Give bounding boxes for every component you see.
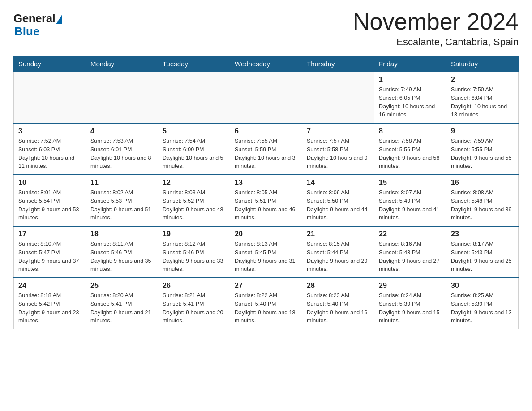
day-info: Sunrise: 8:05 AM Sunset: 5:51 PM Dayligh… xyxy=(235,188,297,222)
day-info: Sunrise: 8:16 AM Sunset: 5:43 PM Dayligh… xyxy=(379,240,442,274)
day-number: 25 xyxy=(90,282,153,290)
day-info: Sunrise: 7:53 AM Sunset: 6:01 PM Dayligh… xyxy=(90,137,153,171)
day-info: Sunrise: 8:03 AM Sunset: 5:52 PM Dayligh… xyxy=(163,188,225,222)
calendar-cell: 14Sunrise: 8:06 AM Sunset: 5:50 PM Dayli… xyxy=(302,175,374,226)
calendar-cell xyxy=(230,72,302,123)
day-info: Sunrise: 8:02 AM Sunset: 5:53 PM Dayligh… xyxy=(90,188,153,222)
day-number: 4 xyxy=(90,127,153,135)
day-number: 2 xyxy=(451,76,514,84)
day-info: Sunrise: 8:12 AM Sunset: 5:46 PM Dayligh… xyxy=(163,240,225,274)
day-number: 28 xyxy=(307,282,369,290)
calendar-cell: 8Sunrise: 7:58 AM Sunset: 5:56 PM Daylig… xyxy=(374,123,446,175)
calendar-cell: 18Sunrise: 8:11 AM Sunset: 5:46 PM Dayli… xyxy=(86,226,158,278)
day-number: 21 xyxy=(307,230,369,238)
calendar-cell: 3Sunrise: 7:52 AM Sunset: 6:03 PM Daylig… xyxy=(14,123,86,175)
calendar-cell: 24Sunrise: 8:18 AM Sunset: 5:42 PM Dayli… xyxy=(14,278,86,329)
calendar-cell xyxy=(14,72,86,123)
col-header-thursday: Thursday xyxy=(302,56,374,72)
calendar-cell: 2Sunrise: 7:50 AM Sunset: 6:04 PM Daylig… xyxy=(446,72,519,123)
col-header-tuesday: Tuesday xyxy=(158,56,230,72)
col-header-sunday: Sunday xyxy=(14,56,86,72)
day-number: 22 xyxy=(379,230,442,238)
calendar-cell: 10Sunrise: 8:01 AM Sunset: 5:54 PM Dayli… xyxy=(14,175,86,226)
calendar-week-row-1: 1Sunrise: 7:49 AM Sunset: 6:05 PM Daylig… xyxy=(14,72,519,123)
day-info: Sunrise: 8:15 AM Sunset: 5:44 PM Dayligh… xyxy=(307,240,369,274)
calendar-cell: 12Sunrise: 8:03 AM Sunset: 5:52 PM Dayli… xyxy=(158,175,230,226)
day-info: Sunrise: 8:17 AM Sunset: 5:43 PM Dayligh… xyxy=(451,240,514,274)
calendar-cell: 7Sunrise: 7:57 AM Sunset: 5:58 PM Daylig… xyxy=(302,123,374,175)
calendar-week-row-5: 24Sunrise: 8:18 AM Sunset: 5:42 PM Dayli… xyxy=(14,278,519,329)
day-info: Sunrise: 7:57 AM Sunset: 5:58 PM Dayligh… xyxy=(307,137,369,171)
calendar-cell: 22Sunrise: 8:16 AM Sunset: 5:43 PM Dayli… xyxy=(374,226,446,278)
day-info: Sunrise: 8:22 AM Sunset: 5:40 PM Dayligh… xyxy=(235,291,297,325)
calendar-cell: 6Sunrise: 7:55 AM Sunset: 5:59 PM Daylig… xyxy=(230,123,302,175)
day-number: 10 xyxy=(18,179,81,187)
calendar-cell: 9Sunrise: 7:59 AM Sunset: 5:55 PM Daylig… xyxy=(446,123,519,175)
day-number: 19 xyxy=(163,230,225,238)
day-number: 23 xyxy=(451,230,514,238)
page-subtitle: Escalante, Cantabria, Spain xyxy=(353,36,519,48)
day-number: 12 xyxy=(163,179,225,187)
day-number: 20 xyxy=(235,230,297,238)
day-number: 17 xyxy=(18,230,81,238)
day-info: Sunrise: 7:55 AM Sunset: 5:59 PM Dayligh… xyxy=(235,137,297,171)
day-info: Sunrise: 8:10 AM Sunset: 5:47 PM Dayligh… xyxy=(18,240,81,274)
calendar-cell xyxy=(302,72,374,123)
day-number: 29 xyxy=(379,282,442,290)
day-number: 18 xyxy=(90,230,153,238)
logo: General Blue xyxy=(13,12,62,39)
day-info: Sunrise: 7:52 AM Sunset: 6:03 PM Dayligh… xyxy=(18,137,81,171)
calendar-cell: 4Sunrise: 7:53 AM Sunset: 6:01 PM Daylig… xyxy=(86,123,158,175)
day-info: Sunrise: 8:21 AM Sunset: 5:41 PM Dayligh… xyxy=(163,291,225,325)
title-block: November 2024 Escalante, Cantabria, Spai… xyxy=(353,9,519,48)
calendar-cell xyxy=(158,72,230,123)
calendar-cell: 27Sunrise: 8:22 AM Sunset: 5:40 PM Dayli… xyxy=(230,278,302,329)
day-info: Sunrise: 7:59 AM Sunset: 5:55 PM Dayligh… xyxy=(451,137,514,171)
day-number: 3 xyxy=(18,127,81,135)
day-info: Sunrise: 7:54 AM Sunset: 6:00 PM Dayligh… xyxy=(163,137,225,171)
day-number: 9 xyxy=(451,127,514,135)
calendar-cell: 28Sunrise: 8:23 AM Sunset: 5:40 PM Dayli… xyxy=(302,278,374,329)
calendar-cell: 29Sunrise: 8:24 AM Sunset: 5:39 PM Dayli… xyxy=(374,278,446,329)
day-info: Sunrise: 7:50 AM Sunset: 6:04 PM Dayligh… xyxy=(451,86,514,119)
calendar-cell: 25Sunrise: 8:20 AM Sunset: 5:41 PM Dayli… xyxy=(86,278,158,329)
col-header-wednesday: Wednesday xyxy=(230,56,302,72)
calendar-cell: 13Sunrise: 8:05 AM Sunset: 5:51 PM Dayli… xyxy=(230,175,302,226)
col-header-monday: Monday xyxy=(86,56,158,72)
calendar-cell: 20Sunrise: 8:13 AM Sunset: 5:45 PM Dayli… xyxy=(230,226,302,278)
col-header-saturday: Saturday xyxy=(446,56,519,72)
calendar-cell: 23Sunrise: 8:17 AM Sunset: 5:43 PM Dayli… xyxy=(446,226,519,278)
page-header: General Blue November 2024 Escalante, Ca… xyxy=(13,9,519,48)
day-info: Sunrise: 8:08 AM Sunset: 5:48 PM Dayligh… xyxy=(451,188,514,222)
day-info: Sunrise: 8:13 AM Sunset: 5:45 PM Dayligh… xyxy=(235,240,297,274)
day-number: 1 xyxy=(379,76,442,84)
calendar-week-row-4: 17Sunrise: 8:10 AM Sunset: 5:47 PM Dayli… xyxy=(14,226,519,278)
day-info: Sunrise: 8:01 AM Sunset: 5:54 PM Dayligh… xyxy=(18,188,81,222)
logo-blue-text: Blue xyxy=(14,25,39,39)
day-info: Sunrise: 8:07 AM Sunset: 5:49 PM Dayligh… xyxy=(379,188,442,222)
day-number: 27 xyxy=(235,282,297,290)
calendar-table: SundayMondayTuesdayWednesdayThursdayFrid… xyxy=(13,56,519,329)
calendar-week-row-3: 10Sunrise: 8:01 AM Sunset: 5:54 PM Dayli… xyxy=(14,175,519,226)
day-info: Sunrise: 7:58 AM Sunset: 5:56 PM Dayligh… xyxy=(379,137,442,171)
calendar-cell: 26Sunrise: 8:21 AM Sunset: 5:41 PM Dayli… xyxy=(158,278,230,329)
calendar-cell xyxy=(86,72,158,123)
page-title: November 2024 xyxy=(353,9,519,34)
day-number: 8 xyxy=(379,127,442,135)
day-info: Sunrise: 8:24 AM Sunset: 5:39 PM Dayligh… xyxy=(379,291,442,325)
calendar-cell: 16Sunrise: 8:08 AM Sunset: 5:48 PM Dayli… xyxy=(446,175,519,226)
day-number: 15 xyxy=(379,179,442,187)
calendar-cell: 5Sunrise: 7:54 AM Sunset: 6:00 PM Daylig… xyxy=(158,123,230,175)
day-info: Sunrise: 8:18 AM Sunset: 5:42 PM Dayligh… xyxy=(18,291,81,325)
calendar-week-row-2: 3Sunrise: 7:52 AM Sunset: 6:03 PM Daylig… xyxy=(14,123,519,175)
calendar-cell: 21Sunrise: 8:15 AM Sunset: 5:44 PM Dayli… xyxy=(302,226,374,278)
calendar-header-row: SundayMondayTuesdayWednesdayThursdayFrid… xyxy=(14,56,519,72)
calendar-cell: 30Sunrise: 8:25 AM Sunset: 5:39 PM Dayli… xyxy=(446,278,519,329)
col-header-friday: Friday xyxy=(374,56,446,72)
day-info: Sunrise: 8:20 AM Sunset: 5:41 PM Dayligh… xyxy=(90,291,153,325)
day-number: 6 xyxy=(235,127,297,135)
day-info: Sunrise: 8:11 AM Sunset: 5:46 PM Dayligh… xyxy=(90,240,153,274)
logo-triangle-icon xyxy=(56,14,62,24)
day-number: 26 xyxy=(163,282,225,290)
calendar-cell: 17Sunrise: 8:10 AM Sunset: 5:47 PM Dayli… xyxy=(14,226,86,278)
